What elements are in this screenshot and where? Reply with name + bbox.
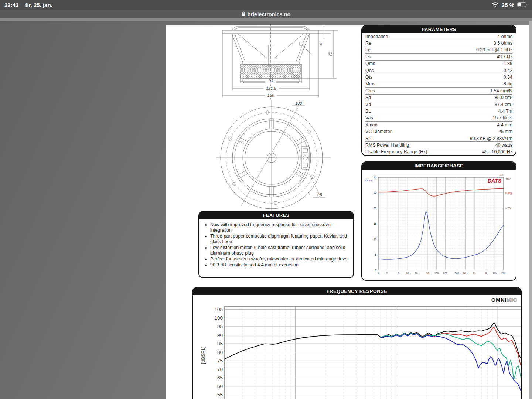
svg-text:1kHz: 1kHz [463, 272, 468, 274]
dim-4-5: 4.5 [316, 192, 322, 197]
parameter-label: Qes [365, 68, 374, 73]
dim-150: 150 [267, 93, 274, 98]
feature-item: Three-part paper composite diaphragm fea… [210, 233, 350, 245]
svg-text:5: 5 [398, 272, 399, 274]
parameter-row: Qes 0.42 [365, 67, 512, 74]
omnimic-logo: OMNIMIC [491, 297, 517, 303]
parameter-value: 4.4 Tm [498, 109, 512, 114]
parameter-row: Mms 8.6g [365, 81, 512, 88]
parameter-label: Fs [365, 54, 371, 59]
parameter-label: Usable Frequency Range (Hz) [365, 149, 427, 154]
frequency-response-title: FREQUENCY RESPONSE [193, 288, 521, 295]
parameter-value: 3.5 ohms [494, 41, 512, 46]
parameter-value: 1.54 mm/N [490, 88, 512, 93]
parameter-row: Impedance 4 ohms [365, 33, 512, 40]
svg-text:5k: 5k [485, 272, 488, 274]
dim-4: 4 [319, 43, 323, 45]
parameter-row: Vas 15.7 liters [365, 115, 512, 122]
parameter-value: 0.34 [504, 75, 512, 80]
svg-text:0: 0 [375, 269, 376, 272]
parameter-row: Xmax 4.4 mm [365, 122, 512, 128]
svg-text:65: 65 [217, 375, 223, 381]
y-axis-label: [dBSPL] [200, 347, 206, 364]
parameter-label: RMS Power Handling [365, 143, 409, 148]
svg-text:Ohms: Ohms [365, 179, 373, 182]
parameter-label: Xmax [365, 122, 377, 127]
clock: 23:43 [4, 2, 18, 8]
parameter-value: 4 ohms [497, 34, 512, 39]
features-panel: FEATURES Now with improved frequency res… [198, 211, 354, 278]
dim-138: 138 [295, 101, 302, 105]
svg-text:75: 75 [217, 358, 223, 364]
parameter-value: 90.3 dB @ 2.83V/1m [470, 136, 512, 141]
parameter-row: Usable Frequency Range (Hz) 45 - 10,000 … [365, 149, 512, 156]
url-bar[interactable]: brlelectronics.no [0, 10, 532, 18]
frequency-response-panel: FREQUENCY RESPONSE OMNIMIC [dBSPL] 55606… [192, 287, 522, 399]
svg-text:0 deg: 0 deg [505, 192, 512, 195]
dim-121-5: 121.5 [266, 86, 276, 91]
date: tir. 25. jan. [25, 2, 52, 8]
svg-text:70: 70 [217, 366, 223, 372]
parameter-label: Sd [365, 95, 371, 100]
parameter-row: Vd 37.4 cm³ [365, 101, 512, 108]
parameter-value: 1.85 [504, 61, 512, 66]
svg-text:15: 15 [374, 222, 376, 225]
parameter-value: 85.0 cm² [495, 95, 512, 100]
svg-text:50: 50 [426, 272, 429, 274]
parameter-label: Qts [365, 75, 372, 80]
parameters-title: PARAMETERS [362, 26, 516, 33]
parameter-label: Cms [365, 88, 375, 93]
impedance-title: IMPEDANCE/PHASE [362, 162, 516, 170]
impedance-phase-chart: 1251020501002005001kHz2k5k10k20k05101520… [362, 170, 516, 281]
parameter-row: BL 4.4 Tm [365, 108, 512, 115]
dim-70: 70 [328, 52, 332, 57]
svg-text:105: 105 [214, 307, 223, 312]
parameters-panel: PARAMETERS Impedance 4 ohms Re 3.5 ohms … [361, 25, 516, 156]
feature-item: Perfect for use as a woofer, midwoofer, … [210, 256, 350, 262]
parameter-row: Cms 1.54 mm/N [365, 88, 512, 94]
svg-text:100: 100 [214, 315, 223, 321]
parameter-label: SPL [365, 136, 374, 141]
wifi-icon [492, 2, 499, 8]
svg-text:10: 10 [374, 238, 376, 241]
document-page[interactable]: 93 121.5 150 4 70 [166, 25, 529, 399]
svg-text:80: 80 [217, 349, 223, 355]
parameter-row: Qts 0.34 [365, 74, 512, 81]
parameter-label: BL [365, 109, 371, 114]
svg-text:-180°: -180° [505, 207, 512, 209]
feature-item: Low-distortion motor, 6-hole cast frame,… [210, 245, 350, 256]
parameter-row: Re 3.5 ohms [365, 40, 512, 47]
parameter-label: Impedance [365, 34, 388, 39]
url-text: brlelectronics.no [248, 11, 291, 17]
parameter-value: 4.4 mm [497, 122, 512, 127]
parameter-row: SPL 90.3 dB @ 2.83V/1m [365, 135, 512, 142]
parameter-label: Re [365, 41, 371, 46]
speaker-side-view-drawing: 93 121.5 150 4 70 [220, 23, 347, 101]
parameter-row: Qms 1.85 [365, 61, 512, 67]
svg-text:1: 1 [378, 272, 379, 274]
battery-icon [517, 2, 528, 8]
parameter-row: VC Diameter 25 mm [365, 128, 512, 135]
parameter-value: 37.4 cm³ [495, 102, 512, 107]
dim-93: 93 [269, 79, 273, 83]
parameter-value: 0.42 [504, 68, 512, 73]
svg-text:10: 10 [406, 272, 409, 274]
parameter-value: 45 - 10,000 Hz [482, 149, 512, 154]
impedance-phase-panel: IMPEDANCE/PHASE 1251020501002005001kHz2k… [361, 161, 516, 281]
pdf-backdrop: 93 121.5 150 4 70 [0, 21, 532, 399]
battery-level: 35 % [502, 2, 514, 8]
svg-text:200: 200 [443, 272, 448, 274]
svg-text:2: 2 [386, 272, 388, 274]
parameters-table: Impedance 4 ohms Re 3.5 ohms Le 0.39 mH … [362, 33, 516, 156]
svg-text:25: 25 [374, 191, 376, 194]
svg-text:500: 500 [455, 272, 459, 274]
feature-item: 90.3 dB sensitivity and 4.4 mm of excurs… [210, 262, 350, 268]
lock-icon [242, 11, 245, 17]
svg-text:10k: 10k [493, 272, 497, 274]
svg-text:20k: 20k [501, 272, 506, 274]
svg-text:2k: 2k [473, 272, 476, 274]
frequency-response-chart: 556065707580859095100105 [203, 295, 521, 399]
parameter-label: Vd [365, 102, 371, 107]
svg-text:20: 20 [415, 272, 418, 274]
parameter-value: 25 mm [498, 129, 512, 134]
